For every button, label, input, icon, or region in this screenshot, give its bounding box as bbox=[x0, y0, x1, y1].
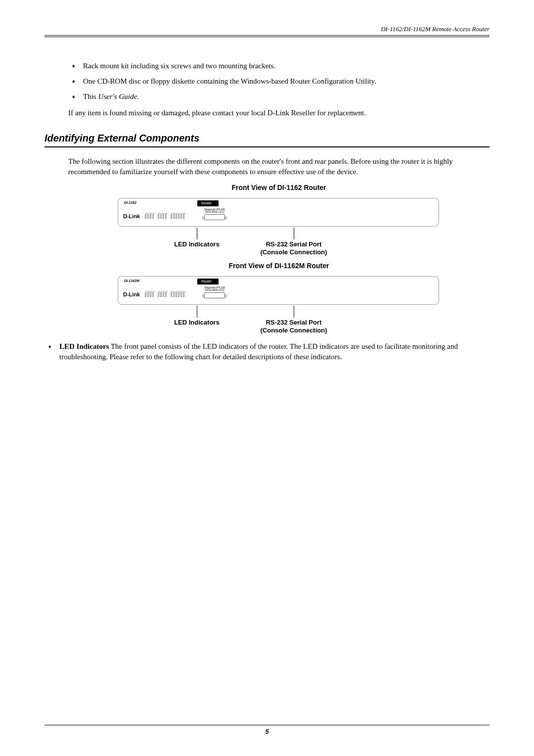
led-indicators bbox=[145, 214, 184, 219]
router-figure-1162: DI-1162 Router D-Link Diagnostic RS-232 … bbox=[118, 198, 439, 257]
callout-text-line2: (Console Connection) bbox=[249, 248, 338, 256]
bullet-item: ♦ This User's Guide. bbox=[68, 92, 490, 102]
brand-label: D-Link bbox=[123, 213, 140, 220]
page-header: DI-1162/DI-1162M Remote Access Router bbox=[44, 25, 490, 36]
page-number: 5 bbox=[44, 727, 490, 736]
closing-paragraph: If any item is found missing or damaged,… bbox=[68, 108, 490, 118]
bullet-item: ♦ Rack mount kit including six screws an… bbox=[68, 61, 490, 71]
callout-text: LED Indicators bbox=[162, 319, 231, 327]
callout-led: LED Indicators bbox=[162, 228, 231, 257]
header-title: DI-1162/DI-1162M Remote Access Router bbox=[44, 25, 490, 35]
callout-row: LED Indicators RS-232 Serial Port (Conso… bbox=[118, 306, 439, 335]
serial-port-block: Diagnostic RS-232 (DCE,9600,n,8,1) bbox=[204, 286, 225, 298]
text-italic: User's Guide bbox=[98, 93, 137, 100]
model-label: DI-1162 bbox=[124, 200, 136, 205]
brand-label: D-Link bbox=[123, 291, 140, 298]
diamond-icon: ♦ bbox=[72, 76, 83, 85]
led-label: LED Indicators bbox=[59, 342, 109, 350]
callout-text-line2: (Console Connection) bbox=[249, 327, 338, 334]
serial-port-block: Diagnostic RS-232 (DCE,9600,n,8,1) bbox=[204, 208, 225, 220]
led-description-text: LED Indicators The front panel consists … bbox=[59, 341, 490, 362]
router-panel: DI-1162M Router D-Link Diagnostic RS-232… bbox=[118, 276, 439, 305]
model-label: DI-1162M bbox=[124, 279, 139, 284]
diamond-icon: ♦ bbox=[48, 341, 59, 350]
callout-text-line1: RS-232 Serial Port bbox=[249, 240, 338, 248]
serial-tiny-label: Diagnostic RS-232 (DCE,9600,n,8,1) bbox=[204, 208, 225, 213]
callout-serial: RS-232 Serial Port (Console Connection) bbox=[249, 306, 338, 335]
text-prefix: This bbox=[83, 93, 98, 100]
led-indicators bbox=[145, 292, 184, 297]
led-description-row: ♦ LED Indicators The front panel consist… bbox=[48, 341, 490, 362]
figure-caption: Front View of DI-1162M Router bbox=[68, 261, 490, 271]
section-intro: The following section illustrates the di… bbox=[68, 156, 490, 177]
serial-port-icon bbox=[204, 292, 225, 298]
router-figure-1162m: DI-1162M Router D-Link Diagnostic RS-232… bbox=[118, 276, 439, 335]
serial-port-icon bbox=[204, 214, 225, 220]
bullet-item: ♦ One CD-ROM disc or floppy diskette con… bbox=[68, 76, 490, 87]
callout-led: LED Indicators bbox=[162, 306, 231, 335]
led-text: The front panel consists of the LED indi… bbox=[59, 342, 458, 361]
router-badge: Router bbox=[197, 200, 219, 206]
router-panel: DI-1162 Router D-Link Diagnostic RS-232 … bbox=[118, 198, 439, 227]
page-footer: 5 bbox=[44, 725, 490, 736]
callout-text-line1: RS-232 Serial Port bbox=[249, 319, 338, 327]
bullet-text: This User's Guide. bbox=[83, 92, 490, 102]
bullet-text: Rack mount kit including six screws and … bbox=[83, 61, 490, 71]
serial-tiny-label: Diagnostic RS-232 (DCE,9600,n,8,1) bbox=[204, 286, 225, 291]
router-badge: Router bbox=[197, 279, 219, 284]
callout-text: LED Indicators bbox=[162, 240, 231, 248]
section-rule bbox=[44, 146, 490, 147]
text-suffix: . bbox=[137, 93, 139, 100]
section-heading: Identifying External Components bbox=[44, 131, 490, 145]
diamond-icon: ♦ bbox=[72, 61, 83, 70]
callout-row: LED Indicators RS-232 Serial Port (Conso… bbox=[118, 228, 439, 257]
diamond-icon: ♦ bbox=[72, 92, 83, 100]
bullet-text: One CD-ROM disc or floppy diskette conta… bbox=[83, 76, 490, 87]
figure-caption: Front View of DI-1162 Router bbox=[68, 183, 490, 193]
callout-serial: RS-232 Serial Port (Console Connection) bbox=[249, 228, 338, 257]
